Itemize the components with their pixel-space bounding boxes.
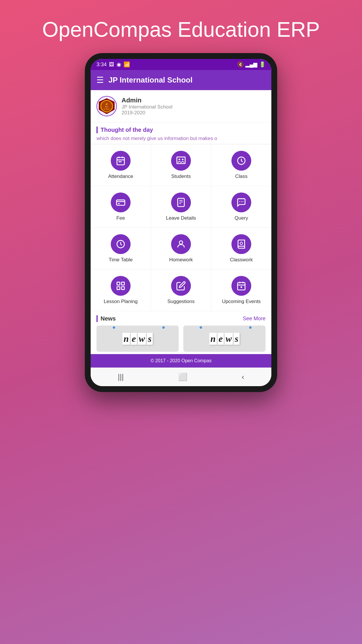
page-title: OpenCompas Education ERP (42, 18, 320, 41)
wifi-icon-status: ◉ (117, 61, 121, 68)
svg-point-24 (239, 201, 240, 202)
svg-point-27 (179, 241, 182, 244)
menu-item-query[interactable]: Query (211, 186, 271, 228)
hamburger-icon[interactable]: ☰ (96, 75, 104, 85)
signal-icon: ▂▄▆ (245, 61, 257, 68)
phone-outer: 3:34 🖼 ◉ 📶 🔇 ▂▄▆ 🔋 ☰ JP International Sc… (85, 53, 277, 392)
back-stack-icon[interactable]: ||| (118, 372, 124, 382)
suggestions-label: Suggestions (167, 299, 195, 304)
suggestions-icon (171, 276, 191, 296)
footer: © 2017 - 2020 Open Compas (91, 354, 271, 368)
homework-label: Homework (169, 257, 193, 263)
svg-rect-19 (178, 198, 184, 206)
svg-rect-10 (119, 161, 120, 162)
fee-label: Fee (116, 215, 125, 221)
user-year: 2019-2020 (122, 110, 173, 116)
footer-text: © 2017 - 2020 Open Compas (150, 358, 211, 363)
fee-icon (111, 192, 131, 212)
menu-item-students[interactable]: Students (151, 144, 211, 186)
menu-grid: Attendance Students Class Fee (91, 144, 271, 311)
menu-item-suggestions[interactable]: Suggestions (151, 270, 211, 311)
news-section: News See More news news (91, 311, 271, 354)
news-title: News (96, 315, 116, 322)
svg-rect-29 (117, 282, 120, 285)
svg-point-25 (242, 201, 243, 202)
students-icon (171, 151, 191, 171)
thought-text: which does not merely give us informatio… (96, 136, 266, 141)
svg-rect-16 (117, 200, 125, 205)
svg-rect-32 (122, 287, 124, 290)
svg-text:SCHOOL: SCHOOL (103, 108, 110, 110)
class-label: Class (235, 174, 248, 179)
phone-screen: 3:34 🖼 ◉ 📶 🔇 ▂▄▆ 🔋 ☰ JP International Sc… (91, 59, 271, 386)
battery-icon: 🔋 (259, 61, 266, 68)
see-more-link[interactable]: See More (243, 316, 266, 322)
svg-rect-30 (122, 282, 124, 285)
menu-item-upcoming-events[interactable]: Upcoming Events (211, 270, 271, 311)
menu-item-homework[interactable]: Homework (151, 228, 211, 269)
svg-rect-11 (120, 161, 122, 162)
app-title: JP International School (108, 76, 192, 85)
avatar: JP INTL SCHOOL (96, 96, 117, 116)
svg-rect-18 (118, 203, 120, 204)
classwork-icon (231, 234, 251, 254)
timetable-icon (111, 234, 131, 254)
menu-item-lesson-planing[interactable]: Lesson Planing (91, 270, 151, 311)
back-icon[interactable]: ‹ (242, 372, 244, 382)
classwork-label: Classwork (230, 257, 253, 263)
mute-icon: 🔇 (237, 61, 244, 68)
upcoming-events-label: Upcoming Events (222, 299, 261, 304)
thought-section: Thought of the day which does not merely… (91, 123, 271, 144)
svg-point-13 (179, 159, 180, 160)
menu-item-attendance[interactable]: Attendance (91, 144, 151, 186)
leave-details-icon (171, 192, 191, 212)
attendance-label: Attendance (108, 174, 133, 179)
attendance-icon (111, 151, 131, 171)
query-icon (231, 192, 251, 212)
status-bar: 3:34 🖼 ◉ 📶 🔇 ▂▄▆ 🔋 (91, 59, 271, 70)
svg-rect-31 (117, 287, 120, 290)
upcoming-events-icon (231, 276, 251, 296)
class-icon (231, 151, 251, 171)
thought-title: Thought of the day (96, 127, 266, 133)
photo-icon: 🖼 (109, 62, 114, 68)
menu-item-timetable[interactable]: Time Table (91, 228, 151, 269)
battery-status-icon: 📶 (124, 61, 130, 68)
svg-text:JP: JP (106, 103, 108, 105)
svg-text:INTL: INTL (105, 106, 108, 108)
news-card-1[interactable]: news (96, 326, 179, 352)
svg-point-23 (241, 201, 242, 202)
lesson-planing-icon (111, 276, 131, 296)
homework-icon (171, 234, 191, 254)
news-card-2[interactable]: news (183, 326, 266, 352)
svg-point-14 (182, 159, 184, 160)
time-display: 3:34 (96, 62, 107, 68)
top-bar: ☰ JP International School (91, 70, 271, 90)
students-label: Students (171, 174, 191, 179)
leave-details-label: Leave Details (166, 215, 196, 221)
timetable-label: Time Table (109, 257, 133, 263)
svg-point-28 (240, 242, 243, 245)
user-school: JP International School (122, 104, 173, 110)
user-name: Admin (122, 97, 173, 104)
menu-item-fee[interactable]: Fee (91, 186, 151, 228)
home-button-icon[interactable]: ⬜ (178, 372, 187, 382)
query-label: Query (235, 215, 248, 221)
menu-item-classwork[interactable]: Classwork (211, 228, 271, 269)
menu-item-class[interactable]: Class (211, 144, 271, 186)
news-word-2: news (209, 333, 240, 345)
svg-point-37 (240, 286, 242, 288)
menu-item-leave-details[interactable]: Leave Details (151, 186, 211, 228)
news-word-1: news (122, 333, 153, 345)
nav-bar: ||| ⬜ ‹ (91, 368, 271, 386)
lesson-planing-label: Lesson Planing (104, 299, 138, 304)
user-info-section: JP INTL SCHOOL Admin JP International Sc… (91, 90, 271, 123)
